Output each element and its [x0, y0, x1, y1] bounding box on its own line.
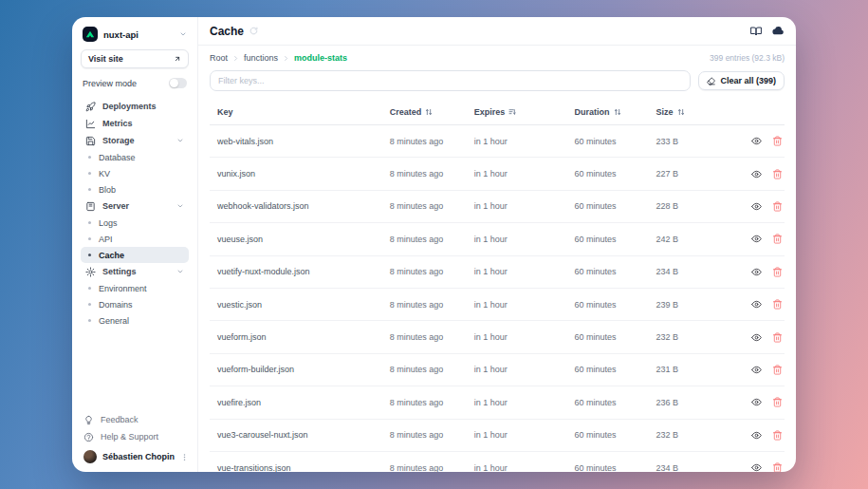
sidebar-item-kv[interactable]: KV	[81, 165, 189, 181]
lightbulb-icon	[83, 415, 94, 425]
user-menu[interactable]: Sébastien Chopin	[81, 445, 189, 463]
bullet-icon	[88, 156, 91, 159]
sidebar-item-general[interactable]: General	[81, 312, 189, 329]
refresh-icon[interactable]	[249, 27, 258, 35]
sidebar-item-domains[interactable]: Domains	[81, 296, 189, 312]
cell-duration: 60 minutes	[575, 365, 656, 374]
cell-size: 234 B	[656, 267, 745, 276]
project-selector[interactable]: nuxt-api	[81, 26, 189, 49]
cell-key: vueuse.json	[210, 235, 390, 244]
cell-created: 8 minutes ago	[390, 430, 474, 440]
delete-entry-icon[interactable]	[772, 430, 783, 441]
sidebar-item-deployments[interactable]: Deployments	[81, 98, 189, 115]
sort-descending-icon	[508, 108, 516, 116]
eraser-icon	[707, 77, 715, 85]
header-icons	[750, 25, 785, 37]
chevron-down-icon	[176, 137, 184, 144]
cell-size: 231 B	[656, 365, 745, 374]
cell-actions	[744, 267, 785, 277]
cell-actions	[744, 365, 785, 375]
column-expires[interactable]: Expires	[474, 107, 575, 117]
sidebar-item-api[interactable]: API	[81, 231, 189, 247]
sidebar-item-settings[interactable]: Settings	[81, 263, 189, 280]
sidebar-footer: Feedback Help & Support Sébastien Chopin	[81, 411, 189, 463]
view-entry-icon[interactable]	[751, 397, 762, 407]
clear-all-button[interactable]: Clear all (399)	[698, 71, 785, 90]
view-entry-icon[interactable]	[751, 462, 762, 472]
view-entry-icon[interactable]	[751, 136, 762, 146]
docs-book-icon[interactable]	[750, 26, 762, 37]
ellipsis-vertical-icon[interactable]	[180, 453, 189, 461]
column-created[interactable]: Created	[390, 107, 474, 117]
delete-entry-icon[interactable]	[772, 299, 783, 310]
cell-size: 233 B	[656, 137, 745, 146]
clear-all-label: Clear all (399)	[720, 76, 776, 85]
sidebar-item-blob[interactable]: Blob	[81, 181, 189, 197]
delete-entry-icon[interactable]	[772, 234, 783, 244]
delete-entry-icon[interactable]	[772, 201, 783, 212]
view-entry-icon[interactable]	[751, 430, 762, 441]
project-name: nuxt-api	[103, 29, 139, 40]
sidebar-item-cache[interactable]: Cache	[81, 247, 189, 263]
delete-entry-icon[interactable]	[772, 462, 783, 472]
view-entry-icon[interactable]	[751, 234, 762, 244]
visit-site-button[interactable]: Visit site	[81, 49, 189, 68]
delete-entry-icon[interactable]	[772, 365, 783, 375]
bullet-icon	[88, 254, 91, 256]
breadcrumb-functions[interactable]: functions	[244, 53, 278, 63]
sort-icon	[677, 108, 685, 116]
preview-mode-label: Preview mode	[83, 79, 137, 88]
table-row: vueform-builder.json 8 minutes ago in 1 …	[210, 354, 785, 386]
cell-duration: 60 minutes	[575, 398, 656, 407]
sidebar-item-help[interactable]: Help & Support	[81, 428, 189, 445]
delete-entry-icon[interactable]	[772, 267, 783, 277]
sidebar-item-logs[interactable]: Logs	[81, 215, 189, 231]
cell-key: vue-transitions.json	[210, 463, 390, 472]
cell-size: 232 B	[656, 430, 745, 440]
sidebar-item-feedback[interactable]: Feedback	[81, 411, 189, 428]
view-entry-icon[interactable]	[751, 365, 762, 375]
breadcrumb-root[interactable]: Root	[210, 53, 228, 63]
chevron-down-icon	[176, 202, 184, 210]
nuxthub-logo-icon	[83, 27, 98, 42]
sidebar-item-storage[interactable]: Storage	[81, 132, 189, 149]
cloud-icon[interactable]	[772, 25, 785, 37]
cell-actions	[744, 299, 785, 310]
delete-entry-icon[interactable]	[772, 136, 783, 146]
cell-key: vuetify-nuxt-module.json	[210, 267, 390, 276]
rocket-icon	[85, 102, 96, 112]
cell-key: vueform-builder.json	[210, 365, 390, 374]
cell-expires: in 1 hour	[474, 463, 575, 472]
column-duration[interactable]: Duration	[575, 107, 656, 117]
help-circle-icon	[83, 432, 94, 442]
cell-duration: 60 minutes	[575, 201, 656, 211]
cell-key: vuestic.json	[210, 300, 390, 310]
column-key[interactable]: Key	[210, 107, 390, 117]
view-entry-icon[interactable]	[751, 267, 762, 277]
table-row: web-vitals.json 8 minutes ago in 1 hour …	[210, 125, 785, 158]
sidebar: nuxt-api Visit site Preview mode Deploym…	[72, 17, 198, 472]
sidebar-item-server[interactable]: Server	[81, 197, 189, 215]
cell-size: 236 B	[656, 398, 745, 407]
sidebar-item-metrics[interactable]: Metrics	[81, 115, 189, 132]
sidebar-item-database[interactable]: Database	[81, 149, 189, 165]
delete-entry-icon[interactable]	[772, 332, 783, 343]
view-entry-icon[interactable]	[751, 169, 762, 179]
delete-entry-icon[interactable]	[772, 397, 783, 407]
view-entry-icon[interactable]	[751, 299, 762, 310]
breadcrumb-current[interactable]: module-stats	[294, 53, 347, 63]
delete-entry-icon[interactable]	[772, 169, 783, 179]
disk-icon	[85, 136, 96, 146]
filter-keys-input[interactable]	[210, 70, 691, 91]
gear-icon	[85, 267, 96, 277]
cell-actions	[744, 462, 785, 472]
bullet-icon	[88, 237, 91, 240]
view-entry-icon[interactable]	[751, 332, 762, 343]
column-size[interactable]: Size	[656, 107, 745, 117]
cell-key: vunix.json	[210, 169, 390, 179]
view-entry-icon[interactable]	[751, 201, 762, 212]
sidebar-item-environment[interactable]: Environment	[81, 280, 189, 296]
bullet-icon	[88, 221, 91, 224]
cell-key: webhook-validators.json	[210, 201, 390, 211]
preview-mode-toggle[interactable]	[169, 78, 187, 88]
